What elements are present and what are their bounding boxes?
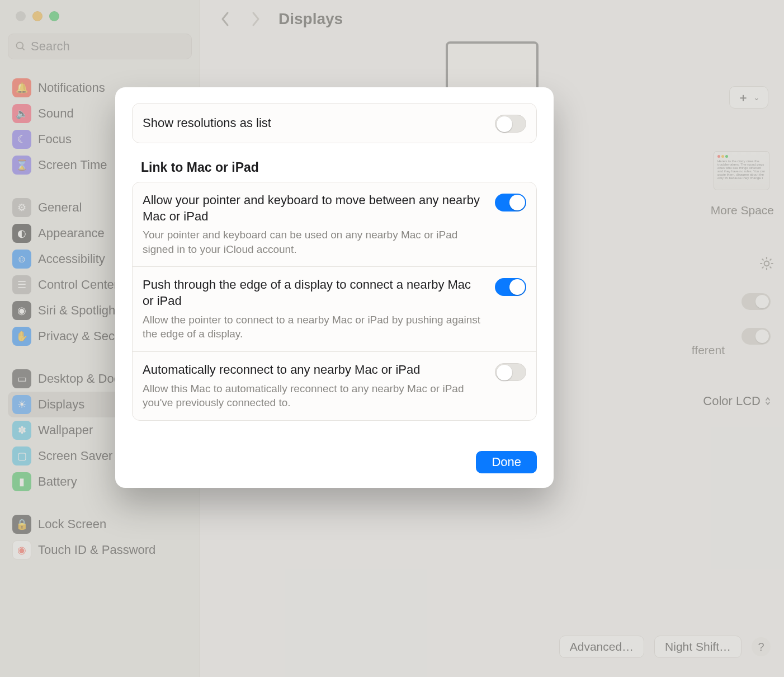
link-card: Allow your pointer and keyboard to move … — [132, 182, 537, 421]
setting-description: Allow the pointer to connect to a nearby… — [143, 313, 485, 341]
toggle-universal-control[interactable] — [495, 194, 526, 211]
setting-title: Automatically reconnect to any nearby Ma… — [143, 362, 485, 378]
toggle-auto-reconnect[interactable] — [495, 363, 526, 381]
advanced-displays-sheet: Show resolutions as list Link to Mac or … — [115, 87, 554, 488]
setting-title: Push through the edge of a display to co… — [143, 277, 485, 309]
toggle-push-through[interactable] — [495, 278, 526, 296]
link-section-title: Link to Mac or iPad — [141, 160, 535, 175]
done-button[interactable]: Done — [476, 451, 537, 473]
setting-description: Your pointer and keyboard can be used on… — [143, 228, 485, 256]
resolutions-card: Show resolutions as list — [132, 103, 537, 143]
setting-row-push-through: Push through the edge of a display to co… — [133, 266, 536, 351]
setting-description: Allow this Mac to automatically reconnec… — [143, 382, 485, 410]
show-resolutions-label: Show resolutions as list — [143, 115, 485, 131]
setting-row-auto-reconnect: Automatically reconnect to any nearby Ma… — [133, 351, 536, 420]
show-resolutions-toggle[interactable] — [495, 115, 526, 133]
setting-row-universal-control: Allow your pointer and keyboard to move … — [133, 182, 536, 266]
setting-title: Allow your pointer and keyboard to move … — [143, 192, 485, 224]
